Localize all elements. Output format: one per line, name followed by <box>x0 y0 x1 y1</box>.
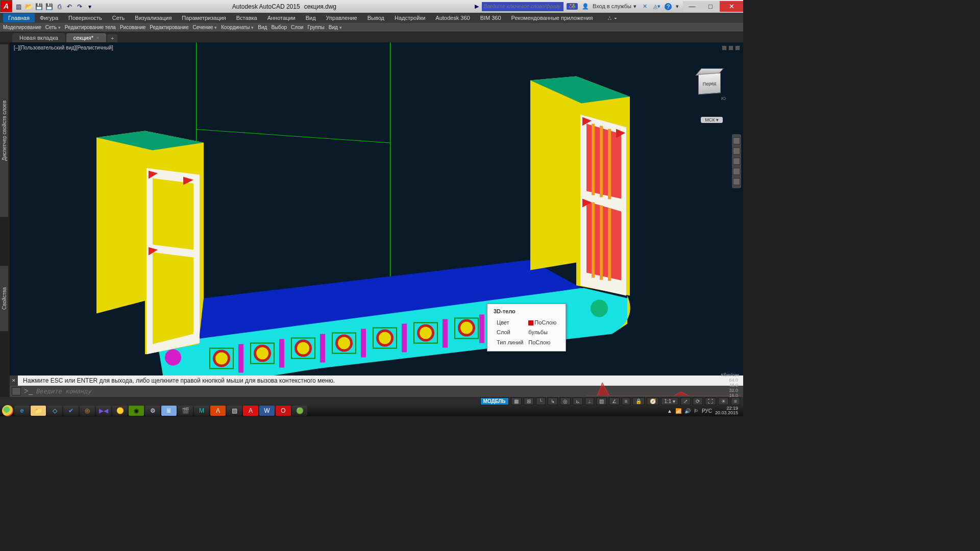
ribbon-tab-parametric[interactable]: Параметризация <box>177 13 231 22</box>
status-toggle[interactable]: 🔒 <box>632 397 645 405</box>
status-toggle[interactable]: 🧭 <box>647 397 659 405</box>
nav-orbit-icon[interactable] <box>733 168 740 175</box>
task-app-icon[interactable]: ◇ <box>47 406 62 416</box>
qat-save-icon[interactable]: 💾 <box>35 3 43 11</box>
command-close-icon[interactable]: ✕ <box>10 375 18 386</box>
nav-showmot-icon[interactable] <box>733 178 740 185</box>
status-toggle[interactable]: ∠ <box>609 397 620 405</box>
maximize-button[interactable]: □ <box>701 1 720 12</box>
qat-open-icon[interactable]: 📂 <box>24 3 33 11</box>
task-ie-icon[interactable]: e <box>14 406 30 416</box>
new-tab-button[interactable]: + <box>107 34 117 42</box>
ribbon-tab-solid[interactable]: Фигура <box>35 13 63 22</box>
layer-properties-panel[interactable]: Диспетчер свойств слоев <box>0 44 9 217</box>
nav-zoom-icon[interactable] <box>733 158 740 165</box>
panel-modeling[interactable]: Моделирование <box>3 24 41 30</box>
status-toggle[interactable]: ⟂ <box>585 397 594 405</box>
ribbon-tab-view[interactable]: Вид <box>301 13 321 22</box>
ribbon-tab-visualize[interactable]: Визуализация <box>130 13 177 22</box>
start-button[interactable] <box>2 405 13 416</box>
panel-selection[interactable]: Выбор <box>271 24 287 30</box>
status-toggle[interactable]: ▧ <box>596 397 607 405</box>
close-tab-icon[interactable]: × <box>96 35 99 40</box>
nav-wheel-icon[interactable] <box>733 137 740 144</box>
task-chrome2-icon[interactable]: 🟢 <box>292 406 307 416</box>
task-app-icon[interactable]: ▨ <box>227 406 242 416</box>
status-toggle[interactable]: ☀ <box>718 397 729 405</box>
ribbon-tab-mesh[interactable]: Сеть <box>107 13 130 22</box>
status-toggle[interactable]: ≡ <box>622 397 631 405</box>
tray-lang[interactable]: РУС <box>702 408 712 414</box>
task-steam-icon[interactable]: ⚙ <box>145 406 160 416</box>
tray-clock[interactable]: 22:1920.03.2015 <box>715 406 741 416</box>
panel-modify[interactable]: Редактирование <box>150 24 188 30</box>
ribbon-tab-surface[interactable]: Поверхность <box>63 13 107 22</box>
minimize-button[interactable]: — <box>683 1 701 12</box>
qat-plot-icon[interactable]: ⎙ <box>55 3 63 11</box>
task-word-icon[interactable]: W <box>259 406 275 416</box>
panel-view2[interactable]: Вид ▾ <box>329 24 342 30</box>
status-toggle[interactable]: ↳ <box>548 397 558 405</box>
viewcube[interactable]: Перед Ю <box>696 70 723 97</box>
search-arrow-icon[interactable]: ▶ <box>475 3 479 10</box>
status-toggle[interactable]: ◎ <box>560 397 571 405</box>
ribbon-tab-addins[interactable]: Надстройки <box>389 13 430 22</box>
panel-groups[interactable]: Группы <box>307 24 324 30</box>
tray-more-icon[interactable]: ▲ <box>667 408 672 414</box>
task-explorer-icon[interactable]: 📁 <box>31 406 46 416</box>
tray-flag-icon[interactable]: 🏳 <box>694 408 699 414</box>
task-opera-icon[interactable]: O <box>276 406 291 416</box>
panel-layers[interactable]: Слои <box>291 24 303 30</box>
status-toggle[interactable]: ≡ <box>731 397 740 405</box>
ribbon-tab-home[interactable]: Главная <box>3 13 35 22</box>
status-toggle[interactable]: ⤢ <box>680 397 691 405</box>
status-toggle[interactable]: ⊞ <box>524 397 534 405</box>
panel-draw[interactable]: Рисование <box>120 24 145 30</box>
close-button[interactable]: ✕ <box>720 1 743 12</box>
task-maya-icon[interactable]: M <box>194 406 209 416</box>
nav-pan-icon[interactable] <box>733 147 740 155</box>
help-icon[interactable]: ? <box>665 3 672 10</box>
ucs-badge[interactable]: МСК ▾ <box>701 117 723 123</box>
panel-solidedit[interactable]: Редактирование тела <box>65 24 116 30</box>
panel-view1[interactable]: Вид <box>258 24 267 30</box>
qat-saveas-icon[interactable]: 💾 <box>45 3 53 11</box>
ribbon-tab-featured[interactable]: Рекомендованные приложения <box>506 13 598 22</box>
command-prompt-icon[interactable] <box>12 387 21 395</box>
model-viewport[interactable]: [–][Пользовательский вид][Реалистичный] <box>10 42 743 416</box>
task-app-icon[interactable]: ▶◀ <box>96 406 111 416</box>
ribbon-tab-manage[interactable]: Управление <box>321 13 362 22</box>
task-calc-icon[interactable]: 🖩 <box>161 406 177 416</box>
tray-network-icon[interactable]: 📶 <box>675 408 681 414</box>
autocad-app-icon[interactable]: A <box>0 0 12 12</box>
status-toggle[interactable]: ▦ <box>511 397 522 405</box>
qat-more-icon[interactable]: ▾ <box>86 3 94 11</box>
status-modelspace-button[interactable]: МОДЕЛЬ <box>480 397 509 405</box>
qat-new-icon[interactable]: ▥ <box>14 3 22 11</box>
task-app-icon[interactable]: 🎬 <box>178 406 193 416</box>
file-tab-new[interactable]: Новая вкладка <box>12 33 65 42</box>
task-app-icon[interactable]: ✔ <box>63 406 79 416</box>
file-tab-current[interactable]: секция* × <box>66 33 106 42</box>
ribbon-settings-icon[interactable]: ⛬ ▾ <box>602 13 622 22</box>
task-nvidia-icon[interactable]: ◉ <box>129 406 144 416</box>
panel-mesh[interactable]: Сеть ▾ <box>45 24 61 30</box>
infocenter-search-icon[interactable]: 👫 <box>567 3 578 10</box>
properties-panel[interactable]: Свойства <box>0 265 9 332</box>
ribbon-tab-a360[interactable]: Autodesk 360 <box>430 13 475 22</box>
qat-redo-icon[interactable]: ↷ <box>76 3 84 11</box>
ribbon-tab-insert[interactable]: Вставка <box>231 13 262 22</box>
status-toggle[interactable]: └ <box>536 397 546 405</box>
panel-section[interactable]: Сечение ▾ <box>192 24 217 30</box>
status-toggle[interactable]: ⊾ <box>573 397 583 405</box>
tray-volume-icon[interactable]: 🔊 <box>684 408 691 414</box>
ribbon-tab-bim360[interactable]: BIM 360 <box>475 13 506 22</box>
task-chrome-icon[interactable]: 🟡 <box>112 406 128 416</box>
task-acrobat-icon[interactable]: A <box>243 406 258 416</box>
command-input[interactable] <box>33 388 743 395</box>
qat-undo-icon[interactable]: ↶ <box>65 3 74 11</box>
status-scale[interactable]: 1:1 ▾ <box>661 397 678 405</box>
ribbon-tab-annotate[interactable]: Аннотации <box>262 13 301 22</box>
ribbon-tab-output[interactable]: Вывод <box>362 13 389 22</box>
help-dropdown-icon[interactable]: ▾ <box>674 3 681 10</box>
